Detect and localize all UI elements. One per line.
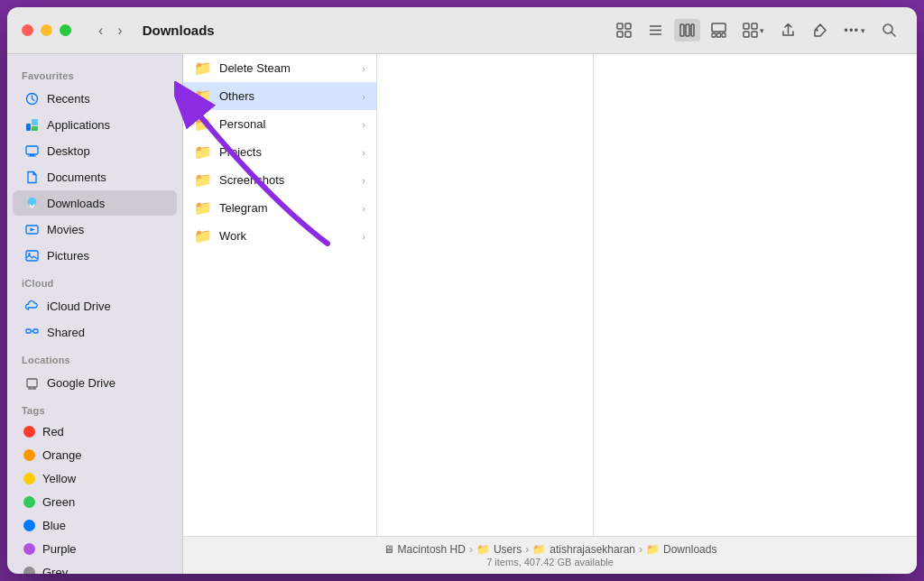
file-item-screenshots[interactable]: 📁 Screenshots › <box>183 166 376 194</box>
breadcrumb-folder-icon-3: 📁 <box>646 543 660 556</box>
folder-icon: 📁 <box>194 88 212 105</box>
pictures-label: Pictures <box>47 249 89 263</box>
documents-label: Documents <box>47 171 106 184</box>
sidebar-item-google-drive[interactable]: Google Drive <box>13 370 177 395</box>
green-dot-icon <box>23 496 35 508</box>
svg-rect-24 <box>32 126 38 131</box>
blue-dot-icon <box>23 520 35 531</box>
sidebar-item-red[interactable]: Red <box>13 420 177 443</box>
breadcrumb-hd: Macintosh HD <box>398 543 466 556</box>
file-item-delete-steam[interactable]: 📁 Delete Steam › <box>183 54 376 82</box>
folder-icon: 📁 <box>194 60 212 77</box>
svg-rect-17 <box>752 32 757 37</box>
pictures-icon <box>23 247 40 263</box>
sidebar-item-movies[interactable]: Movies <box>13 217 177 242</box>
sidebar-item-green[interactable]: Green <box>13 491 177 513</box>
search-button[interactable] <box>876 19 902 42</box>
share-button[interactable] <box>775 19 801 42</box>
view-columns-button[interactable] <box>674 19 700 42</box>
recents-label: Recents <box>47 92 90 106</box>
forward-button[interactable]: › <box>112 19 127 42</box>
purple-label: Purple <box>42 542 77 556</box>
group-icon <box>743 23 758 38</box>
sidebar-item-downloads[interactable]: Downloads <box>13 190 177 216</box>
maximize-button[interactable] <box>60 24 71 36</box>
shared-label: Shared <box>47 326 85 339</box>
file-item-telegram[interactable]: 📁 Telegram › <box>183 194 376 222</box>
folder-icon: 📁 <box>194 199 212 217</box>
ellipsis-icon: ••• <box>844 23 859 37</box>
breadcrumb-users: Users <box>494 543 522 556</box>
file-item-others[interactable]: 📁 Others › <box>183 82 376 110</box>
breadcrumb-sep-3: › <box>639 543 642 556</box>
sidebar-item-applications[interactable]: Applications <box>13 112 177 137</box>
file-item-projects[interactable]: 📁 Projects › <box>183 138 376 166</box>
icloud-drive-icon <box>23 298 40 314</box>
share-icon <box>781 23 796 38</box>
breadcrumb-folder-icon-1: 📁 <box>476 543 490 556</box>
recents-icon <box>23 90 40 106</box>
sidebar-section-favourites: Favourites <box>7 61 182 85</box>
svg-rect-15 <box>752 23 757 29</box>
sidebar-item-blue[interactable]: Blue <box>13 514 177 537</box>
sidebar-item-documents[interactable]: Documents <box>13 164 177 189</box>
google-drive-icon <box>23 374 40 391</box>
shared-icon <box>23 324 40 340</box>
breadcrumb-hd-icon: 🖥 <box>383 543 394 556</box>
title-bar: ‹ › Downloads <box>7 7 917 54</box>
tag-button[interactable] <box>807 19 833 42</box>
chevron-icon: › <box>362 147 365 158</box>
breadcrumb-folder-icon-2: 📁 <box>532 543 546 556</box>
svg-rect-36 <box>27 379 37 387</box>
more-button[interactable]: ••• ▾ <box>838 20 871 41</box>
file-name: Delete Steam <box>219 61 291 75</box>
file-item-personal[interactable]: 📁 Personal › <box>183 110 376 138</box>
folder-icon: 📁 <box>194 143 212 161</box>
chevron-icon: › <box>362 203 365 214</box>
chevron-icon: › <box>362 91 365 102</box>
svg-rect-14 <box>744 23 749 29</box>
sidebar-item-purple[interactable]: Purple <box>13 538 177 560</box>
sidebar-item-recents[interactable]: Recents <box>13 86 177 111</box>
desktop-label: Desktop <box>47 144 90 158</box>
main-area: Favourites Recents Applications Desktop <box>7 54 917 574</box>
list-icon <box>648 23 663 38</box>
back-button[interactable]: ‹ <box>93 19 108 42</box>
applications-label: Applications <box>47 118 110 132</box>
minimize-button[interactable] <box>41 24 52 36</box>
sidebar-item-yellow[interactable]: Yellow <box>13 467 177 490</box>
svg-rect-33 <box>26 329 31 333</box>
folder-icon: 📁 <box>194 115 212 133</box>
status-bar: 🖥 Macintosh HD › 📁 Users › 📁 atishrajase… <box>183 536 917 574</box>
sidebar-section-icloud: iCloud <box>7 269 182 292</box>
breadcrumb: 🖥 Macintosh HD › 📁 Users › 📁 atishrajase… <box>383 543 717 556</box>
svg-line-20 <box>892 32 895 36</box>
gallery-icon <box>711 23 726 38</box>
column-pane-1: 📁 Delete Steam › 📁 Others › 📁 Personal › <box>183 54 377 536</box>
svg-rect-11 <box>712 33 716 37</box>
chevron-icon: › <box>362 175 365 186</box>
sidebar-item-icloud-drive[interactable]: iCloud Drive <box>13 293 177 318</box>
sidebar-item-orange[interactable]: Orange <box>13 444 177 466</box>
sidebar-item-pictures[interactable]: Pictures <box>13 243 177 268</box>
google-drive-label: Google Drive <box>47 376 116 390</box>
sidebar-item-desktop[interactable]: Desktop <box>13 138 177 163</box>
view-gallery-button[interactable] <box>706 19 732 42</box>
svg-rect-10 <box>712 23 725 32</box>
view-list-button[interactable] <box>642 19 669 42</box>
group-button[interactable]: ▾ <box>737 19 770 42</box>
file-name: Others <box>219 89 254 103</box>
status-text: 7 items, 407.42 GB available <box>486 557 614 567</box>
orange-label: Orange <box>42 448 81 462</box>
breadcrumb-sep-1: › <box>469 543 473 556</box>
breadcrumb-downloads: Downloads <box>663 543 716 556</box>
svg-rect-12 <box>717 33 721 37</box>
sidebar-item-grey[interactable]: Grey <box>13 561 177 574</box>
close-button[interactable] <box>22 24 33 36</box>
desktop-icon <box>23 143 40 159</box>
sidebar-item-shared[interactable]: Shared <box>13 319 177 345</box>
file-item-work[interactable]: 📁 Work › <box>183 222 376 250</box>
view-grid-button[interactable] <box>611 19 637 42</box>
file-name: Work <box>219 229 246 243</box>
movies-label: Movies <box>47 223 84 236</box>
